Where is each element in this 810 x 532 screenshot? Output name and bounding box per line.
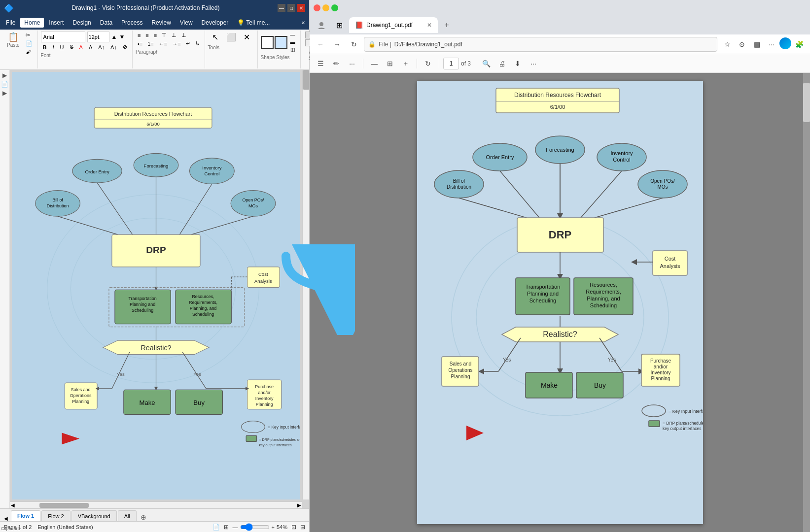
zoom-slider[interactable] <box>240 523 270 531</box>
align-bottom-btn[interactable]: ⊥ <box>179 32 188 39</box>
line-color-btn[interactable]: — <box>288 32 297 38</box>
browser-close-btn[interactable] <box>314 4 320 11</box>
font-size-up-button[interactable]: A↑ <box>96 44 106 51</box>
bullet-btn[interactable]: •≡ <box>136 40 144 47</box>
zoom-in-btn[interactable]: + <box>272 524 275 530</box>
tab-vbackground[interactable]: VBackground <box>71 510 117 521</box>
pdf-more-btn[interactable]: ··· <box>345 57 359 70</box>
indent-dec-btn[interactable]: ←≡ <box>157 40 169 47</box>
align-top-btn[interactable]: ⊤ <box>160 32 169 39</box>
pdf-scroll-thumb[interactable] <box>803 83 810 122</box>
fit-width-btn[interactable]: ⊟ <box>300 524 305 531</box>
pdf-print-btn[interactable]: 🖨 <box>495 57 509 70</box>
browser-max-btn[interactable] <box>331 4 338 11</box>
shapes-icon[interactable]: 📄 <box>1 81 8 88</box>
expand-icon[interactable]: ▶ <box>2 72 7 79</box>
align-left-btn[interactable]: ≡ <box>136 32 142 39</box>
text-highlight-button[interactable]: A <box>87 44 94 51</box>
visio-scroll-thumb-h[interactable] <box>39 503 89 508</box>
menu-tell-me[interactable]: 💡 Tell me... <box>233 18 274 28</box>
tab-flow1[interactable]: Flow 1 <box>11 510 40 521</box>
shape-style-1[interactable] <box>261 36 274 49</box>
visio-minimize-btn[interactable]: — <box>278 4 285 12</box>
zoom-out-btn[interactable]: — <box>233 524 238 530</box>
visio-horizontal-scrollbar[interactable]: ◀ ▶ <box>10 501 302 508</box>
shadow-btn[interactable]: ◫ <box>288 46 297 53</box>
align-middle-btn[interactable]: ⊥ <box>170 32 178 39</box>
forward-button[interactable]: → <box>330 37 344 51</box>
pdf-draw-btn[interactable]: ✏ <box>329 57 343 70</box>
visio-close-btn[interactable]: ✕ <box>297 4 305 12</box>
pdf-toc-btn[interactable]: ☰ <box>314 57 327 70</box>
shape-style-2[interactable] <box>275 36 287 49</box>
menu-home[interactable]: Home <box>20 18 44 28</box>
visio-maximize-btn[interactable]: □ <box>287 4 295 12</box>
menu-review[interactable]: Review <box>147 18 175 28</box>
layers-icon[interactable]: ▶ <box>2 90 7 97</box>
strikethrough-button[interactable]: S̶ <box>68 43 75 51</box>
tab-flow2[interactable]: Flow 2 <box>41 510 70 521</box>
menu-developer[interactable]: Developer <box>198 18 233 28</box>
pdf-search-btn[interactable]: 🔍 <box>479 57 493 70</box>
scroll-tabs-left[interactable]: ◀ <box>2 516 10 521</box>
align-center-btn[interactable]: ≡ <box>143 32 150 39</box>
fill-color-btn[interactable]: ▬ <box>288 39 297 45</box>
italic-button[interactable]: I <box>51 44 56 51</box>
read-aloud-btn[interactable]: ⊙ <box>735 37 749 51</box>
pdf-content-area[interactable]: Distribution Resources Flowchart 6/1/00 … <box>310 73 810 532</box>
menu-data[interactable]: Data <box>96 18 116 28</box>
menu-view[interactable]: View <box>176 18 197 28</box>
scroll-right-arrow[interactable]: ▶ <box>297 502 301 508</box>
format-painter-button[interactable]: 🖌 <box>24 48 35 55</box>
menu-file[interactable]: File <box>2 18 19 28</box>
address-bar[interactable]: 🔒 File | D:/Files/Drawing1_out.pdf <box>364 37 717 52</box>
font-size-down-button[interactable]: A↓ <box>108 44 119 51</box>
tab-close-icon[interactable]: ✕ <box>427 22 432 29</box>
menu-process[interactable]: Process <box>117 18 146 28</box>
pdf-scrollbar-v[interactable] <box>803 73 810 532</box>
pdf-rotate-btn[interactable]: ↻ <box>421 57 435 70</box>
browser-active-tab[interactable]: 📕 Drawing1_out.pdf ✕ <box>349 17 438 33</box>
rtl-btn[interactable]: ↵ <box>184 40 192 47</box>
collections-btn[interactable]: ⊞ <box>331 17 347 33</box>
pointer-tool-btn[interactable]: ↖ <box>208 32 223 43</box>
pdf-more-tools-btn[interactable]: ··· <box>527 57 540 70</box>
more-tools-btn[interactable]: ··· <box>765 37 778 51</box>
visio-canvas[interactable]: Distribution Resources Flowchart 6/1/00 … <box>10 70 309 508</box>
menu-insert[interactable]: Insert <box>45 18 68 28</box>
underline-button[interactable]: U <box>58 44 66 51</box>
ribbon-close-btn[interactable]: ✕ <box>299 19 307 27</box>
connector-tool-btn[interactable]: ⬜ <box>224 32 239 43</box>
page-view-icon[interactable]: 📄 <box>212 524 220 531</box>
pdf-zoom-out-btn[interactable]: — <box>367 57 381 70</box>
fit-icon[interactable]: ⊞ <box>224 524 229 531</box>
scroll-left-arrow[interactable]: ◀ <box>11 502 15 508</box>
profile-btn[interactable] <box>314 17 329 33</box>
add-page-button[interactable]: ⊕ <box>138 513 149 521</box>
ltr-btn[interactable]: ↳ <box>193 40 202 47</box>
bold-button[interactable]: B <box>41 44 49 51</box>
refresh-button[interactable]: ↻ <box>347 37 361 51</box>
new-tab-button[interactable]: + <box>440 18 454 32</box>
reader-view-btn[interactable]: ▤ <box>750 37 764 51</box>
copy-button[interactable]: 📄 <box>24 40 35 47</box>
pdf-fit-btn[interactable]: ⊞ <box>383 57 397 70</box>
menu-design[interactable]: Design <box>69 18 95 28</box>
browser-min-btn[interactable] <box>322 4 329 11</box>
cut-button[interactable]: ✂ <box>24 32 35 39</box>
number-btn[interactable]: 1≡ <box>145 40 156 47</box>
pdf-zoom-in-btn[interactable]: + <box>399 57 413 70</box>
font-size-selector[interactable] <box>87 32 109 42</box>
text-tool-btn[interactable]: ✕ <box>240 32 254 43</box>
font-selector[interactable] <box>41 32 85 42</box>
align-right-btn[interactable]: ≡ <box>152 32 159 39</box>
clear-format-button[interactable]: ⊘ <box>121 43 129 51</box>
back-button[interactable]: ← <box>314 37 327 51</box>
fit-page-btn[interactable]: ⊡ <box>291 524 296 531</box>
font-color-button[interactable]: A <box>77 44 85 51</box>
extensions-btn[interactable]: 🧩 <box>792 37 806 51</box>
indent-inc-btn[interactable]: →≡ <box>170 40 182 47</box>
favorites-btn[interactable]: ☆ <box>720 37 734 51</box>
visio-scroll-thumb-v[interactable] <box>303 70 309 90</box>
pdf-page-input[interactable] <box>443 58 459 69</box>
